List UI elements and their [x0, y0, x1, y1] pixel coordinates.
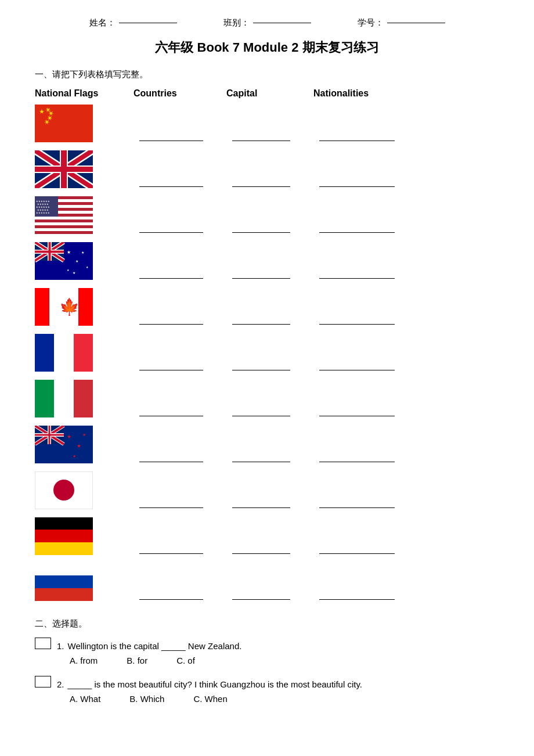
table-row [35, 380, 499, 417]
class-label: 班别： [223, 17, 250, 28]
question-2-number: 2. [57, 679, 64, 689]
table-row [35, 517, 499, 555]
fill-nationalities-7[interactable] [319, 416, 395, 416]
fill-capital-3[interactable] [232, 232, 290, 233]
q1-option-b: B. for [127, 656, 147, 665]
table-row [35, 105, 499, 142]
svg-text:★: ★ [81, 251, 84, 254]
fill-capital-9[interactable] [232, 507, 290, 508]
table-row [35, 334, 499, 372]
fill-capital-10[interactable] [232, 553, 290, 554]
question-1-options: A. from B. for C. of [70, 656, 499, 665]
fill-capital-6[interactable] [232, 370, 290, 370]
svg-rect-51 [54, 380, 74, 417]
fill-countries-3[interactable] [139, 232, 203, 233]
fill-countries-7[interactable] [139, 416, 203, 416]
svg-text:★: ★ [67, 434, 71, 440]
fill-countries-9[interactable] [139, 507, 203, 508]
answer-box-1[interactable] [35, 638, 51, 649]
svg-rect-52 [74, 380, 93, 417]
fill-capital-1[interactable] [232, 141, 290, 141]
svg-rect-71 [35, 542, 93, 555]
svg-rect-72 [35, 563, 93, 575]
col-countries: Countries [128, 88, 221, 99]
flag-uk [35, 150, 93, 188]
svg-rect-21 [35, 228, 93, 231]
fill-nationalities-10[interactable] [319, 553, 395, 554]
section1: 一、请把下列表格填写完整。 National Flags Countries C… [35, 69, 499, 601]
flag-germany [35, 517, 93, 555]
fill-nationalities-9[interactable] [319, 507, 395, 508]
section2-title: 二、选择题。 [35, 618, 499, 629]
svg-rect-50 [35, 380, 54, 417]
fill-capital-2[interactable] [232, 186, 290, 187]
svg-rect-19 [35, 217, 93, 219]
svg-rect-47 [35, 334, 54, 372]
id-label: 学号： [358, 17, 384, 28]
page-title: 六年级 Book 7 Module 2 期末复习练习 [35, 39, 499, 56]
question-2-options: A. What B. Which C. When [70, 694, 499, 704]
table-row [35, 150, 499, 188]
fill-capital-8[interactable] [232, 462, 290, 462]
header-info: 姓名： 班别： 学号： [35, 17, 499, 28]
svg-text:★: ★ [73, 271, 75, 275]
svg-rect-69 [35, 517, 93, 530]
fill-capital-11[interactable] [232, 599, 290, 600]
table-row: ★ ★ ★ ★ ★ ★ [35, 242, 499, 280]
fill-countries-4[interactable] [139, 278, 203, 279]
fill-nationalities-1[interactable] [319, 141, 395, 141]
svg-rect-70 [35, 530, 93, 542]
fill-nationalities-2[interactable] [319, 186, 395, 187]
svg-rect-74 [35, 588, 93, 601]
fill-nationalities-11[interactable] [319, 599, 395, 600]
question-1: 1. Wellington is the capital _____ New Z… [35, 638, 499, 665]
fill-nationalities-8[interactable] [319, 462, 395, 462]
q2-option-c: C. When [193, 694, 227, 704]
fill-capital-5[interactable] [232, 324, 290, 325]
svg-text:★: ★ [67, 250, 71, 255]
fill-countries-5[interactable] [139, 324, 203, 325]
table-header: National Flags Countries Capital Nationa… [35, 88, 499, 99]
svg-rect-37 [35, 251, 64, 253]
table-row [35, 471, 499, 509]
flag-italy [35, 380, 93, 417]
svg-point-68 [53, 480, 74, 501]
question-2: 2. _____ is the most beautiful city? I t… [35, 676, 499, 704]
fill-capital-4[interactable] [232, 278, 290, 279]
fill-countries-2[interactable] [139, 186, 203, 187]
fill-countries-11[interactable] [139, 599, 203, 600]
id-field [387, 23, 445, 23]
flag-france [35, 334, 93, 372]
fill-nationalities-5[interactable] [319, 324, 395, 325]
q1-option-a: A. from [70, 656, 98, 665]
fill-countries-6[interactable] [139, 370, 203, 370]
q2-option-b: B. Which [129, 694, 164, 704]
question-1-text: Wellington is the capital _____ New Zeal… [68, 641, 242, 651]
answer-box-2[interactable] [35, 676, 51, 687]
fill-countries-8[interactable] [139, 462, 203, 462]
fill-countries-1[interactable] [139, 141, 203, 141]
svg-rect-48 [54, 334, 74, 372]
fill-countries-10[interactable] [139, 553, 203, 554]
table-row: ★★★★★★ ★★★★★ ★★★★★★ ★★★★★ ★★★★★★ [35, 196, 499, 234]
flag-canada: 🍁 [35, 288, 93, 326]
fill-nationalities-3[interactable] [319, 232, 395, 233]
flag-japan [35, 471, 93, 509]
svg-rect-49 [74, 334, 93, 372]
flag-newzealand: ★ ★ ★ ★ [35, 426, 93, 463]
flag-australia: ★ ★ ★ ★ ★ ★ [35, 242, 93, 280]
question-1-number: 1. [57, 641, 64, 651]
svg-rect-20 [35, 222, 93, 225]
svg-rect-0 [35, 105, 93, 142]
q1-option-c: C. of [176, 656, 195, 665]
flag-china [35, 105, 93, 142]
fill-nationalities-6[interactable] [319, 370, 395, 370]
svg-text:★: ★ [75, 260, 78, 263]
svg-text:🍁: 🍁 [59, 297, 80, 316]
table-row: ★ ★ ★ ★ [35, 426, 499, 463]
fill-nationalities-4[interactable] [319, 278, 395, 279]
col-flags: National Flags [35, 88, 128, 99]
col-nationalities: Nationalities [308, 88, 424, 99]
flag-russia [35, 563, 93, 601]
fill-capital-7[interactable] [232, 416, 290, 416]
